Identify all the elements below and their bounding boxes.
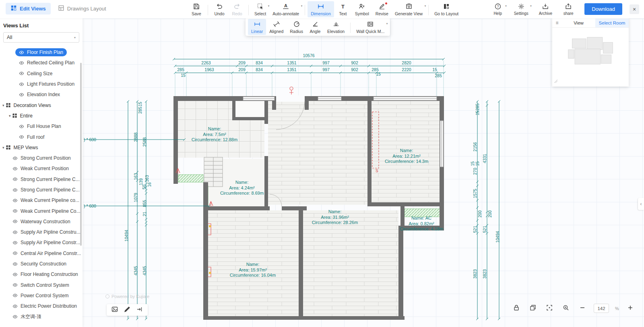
- views-filter-dropdown[interactable]: All ▾: [3, 32, 79, 43]
- share-button[interactable]: share: [559, 1, 577, 17]
- text-button[interactable]: TText: [334, 1, 352, 17]
- view-icon: [12, 251, 18, 256]
- revise-button[interactable]: Revise: [372, 1, 392, 17]
- undo-button[interactable]: Undo: [211, 1, 228, 17]
- sidebar-scrollbar[interactable]: [80, 63, 82, 246]
- view-item-row[interactable]: Light Fixtures Position: [0, 79, 83, 89]
- zoom-area-button[interactable]: [561, 304, 571, 313]
- view-item-row[interactable]: Power Control System: [0, 290, 83, 301]
- view-item-row[interactable]: Full roof: [0, 132, 83, 142]
- views-group-row[interactable]: ▾MEP Views: [0, 142, 83, 153]
- views-group-row[interactable]: ▾Entire: [0, 111, 83, 121]
- view-item-row[interactable]: Central Air Pipeline Constr...: [0, 248, 83, 259]
- drawings-layout-tab[interactable]: Drawings Layout: [58, 5, 106, 12]
- revise-icon: [378, 3, 386, 10]
- view-item-label: Floor Finish Plan: [27, 49, 63, 55]
- chevron-down-icon[interactable]: ▾: [9, 114, 11, 118]
- toolbar-separator: [248, 5, 249, 15]
- view-item-row[interactable]: Floor Heating Construction: [0, 269, 83, 280]
- view-icon: [19, 82, 24, 87]
- share-icon: [565, 3, 572, 10]
- elevation-button[interactable]: Elevation: [324, 19, 348, 35]
- view-item-row[interactable]: Strong Current Position: [0, 153, 83, 163]
- tab-select-room[interactable]: Select Room: [595, 18, 629, 27]
- view-item-row[interactable]: 水空调-顶: [0, 311, 83, 319]
- image-button[interactable]: [109, 305, 120, 315]
- help-button[interactable]: ?Help▾: [489, 1, 507, 17]
- auto-annotate-icon: A: [282, 3, 289, 10]
- watermark: Powered by Kujiale: [105, 294, 149, 299]
- panel-resize-handle[interactable]: [554, 78, 558, 85]
- fit-screen-button[interactable]: [544, 304, 555, 313]
- download-button[interactable]: Download: [584, 3, 622, 15]
- view-item-row[interactable]: Full House Plan: [0, 121, 83, 132]
- view-icon: [19, 50, 24, 55]
- markup-button[interactable]: [122, 305, 132, 315]
- view-item-row[interactable]: Strong Current Pipeline C...: [0, 185, 83, 195]
- view-item-row[interactable]: Reflected Ceiling Plan: [0, 58, 83, 68]
- zoom-in-button[interactable]: [625, 304, 636, 313]
- bottom-left-toolbar: [107, 304, 148, 316]
- svg-text:?: ?: [497, 4, 499, 8]
- panel-menu-icon[interactable]: ≡: [552, 18, 562, 27]
- view-item-row[interactable]: Waterway Construction: [0, 216, 83, 227]
- edit-views-tab[interactable]: Edit Views: [6, 3, 51, 14]
- drawing-canvas[interactable]: [0, 19, 644, 327]
- view-item-row[interactable]: Supply Air Pipeline Constr...: [0, 237, 83, 248]
- radius-button[interactable]: Radius: [287, 19, 306, 35]
- view-item-row[interactable]: Elevation Index: [0, 89, 83, 100]
- view-item-label: Full roof: [27, 134, 44, 140]
- views-group-row[interactable]: ▾Decoration Views: [0, 100, 83, 110]
- zoom-out-button[interactable]: [577, 304, 588, 313]
- view-item-row[interactable]: Weak Current Pipeline Co...: [0, 206, 83, 216]
- view-item-row[interactable]: Ceiling Size: [0, 68, 83, 79]
- view-item-label: 水空调-顶: [21, 313, 41, 319]
- close-icon: ×: [633, 6, 636, 12]
- select-button[interactable]: Select▾: [251, 1, 269, 17]
- view-item-row[interactable]: Weak Current Position: [0, 163, 83, 174]
- view-item-row[interactable]: Strong Current Pipeline C...: [0, 174, 83, 185]
- view-item-row[interactable]: Security Construction: [0, 259, 83, 269]
- tab-view[interactable]: View: [562, 18, 595, 27]
- aligned-button[interactable]: Aligned: [266, 19, 287, 35]
- zoom-level-input[interactable]: [594, 304, 609, 313]
- close-button[interactable]: ×: [630, 4, 639, 14]
- chevron-down-icon[interactable]: ▾: [2, 103, 4, 107]
- go-to-layout-button[interactable]: Go to Layout: [431, 1, 462, 17]
- view-icon: [12, 314, 18, 319]
- archive-icon: [542, 3, 549, 10]
- layers-button[interactable]: [528, 304, 538, 313]
- settings-button[interactable]: Settings▾: [511, 1, 532, 17]
- archive-button[interactable]: Archive: [536, 1, 555, 17]
- chevron-down-icon[interactable]: ▾: [2, 146, 4, 150]
- view-item-label: Light Fixtures Position: [27, 81, 74, 87]
- measure-button[interactable]: [134, 305, 145, 315]
- wall-quick-measure-button[interactable]: Wall Quick M...▾: [353, 19, 388, 35]
- view-item-row[interactable]: Electric Power Distribution: [0, 301, 83, 311]
- lock-button[interactable]: [511, 304, 522, 313]
- edit-views-icon: [10, 5, 17, 12]
- view-item-content: Floor Finish Plan: [15, 48, 67, 56]
- generate-view-button[interactable]: Generate View▾: [392, 1, 426, 17]
- view-icon: [12, 177, 18, 182]
- panel-collapse-handle[interactable]: ‹: [638, 198, 644, 210]
- view-item-content: Weak Current Pipeline Co...: [9, 207, 83, 215]
- view-item-content: Decoration Views: [6, 101, 55, 109]
- view-item-row[interactable]: Floor Finish Plan: [0, 47, 83, 58]
- dimension-toolbar: LinearAlignedRadiusAngleElevationWall Qu…: [246, 18, 390, 36]
- symbol-button[interactable]: Symbol: [352, 1, 372, 17]
- view-item-row[interactable]: Weak Current Pipeline co...: [0, 195, 83, 206]
- view-item-content: Reflected Ceiling Plan: [15, 59, 78, 67]
- angle-button[interactable]: Angle: [306, 19, 324, 35]
- view-item-row[interactable]: Switch Control System: [0, 280, 83, 290]
- mini-map[interactable]: [552, 28, 629, 86]
- text-icon: T: [339, 3, 347, 10]
- linear-button[interactable]: Linear: [248, 19, 266, 35]
- redo-button[interactable]: Redo: [228, 1, 246, 17]
- auto-annotate-button[interactable]: AAuto-annotate▾: [269, 1, 302, 17]
- save-button[interactable]: Save: [188, 1, 205, 17]
- view-item-label: Strong Current Position: [21, 155, 71, 161]
- dimension-button[interactable]: Dimension: [308, 1, 334, 17]
- bottom-right-toolbar: %: [511, 304, 636, 313]
- view-item-row[interactable]: Supply Air Pipline Constru...: [0, 227, 83, 237]
